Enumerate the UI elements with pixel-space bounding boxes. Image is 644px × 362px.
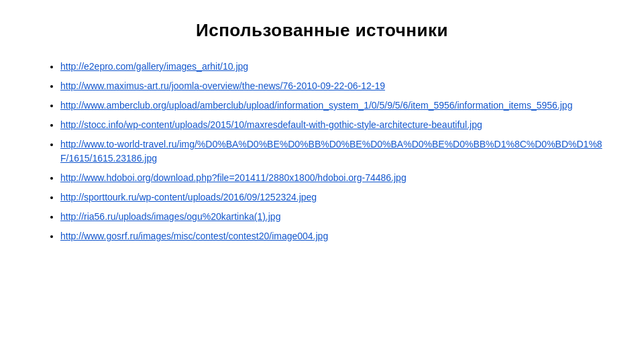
list-item: http://www.amberclub.org/upload/amberclu…	[60, 99, 604, 113]
list-item: http://www.gosrf.ru/images/misc/contest/…	[60, 229, 604, 243]
source-link-5[interactable]: http://www.to-world-travel.ru/img/%D0%BA…	[60, 139, 602, 164]
source-link-7[interactable]: http://sporttourk.ru/wp-content/uploads/…	[60, 192, 317, 202]
page-title: Использованные источники	[40, 20, 604, 41]
list-item: http://www.hdoboi.org/download.php?file=…	[60, 171, 604, 185]
source-link-9[interactable]: http://www.gosrf.ru/images/misc/contest/…	[60, 231, 328, 241]
list-item: http://www.to-world-travel.ru/img/%D0%BA…	[60, 137, 604, 166]
source-link-3[interactable]: http://www.amberclub.org/upload/amberclu…	[60, 100, 572, 111]
list-item: http://ria56.ru/uploads/images/ogu%20kar…	[60, 210, 604, 224]
source-link-2[interactable]: http://www.maximus-art.ru/joomla-overvie…	[60, 80, 385, 91]
source-link-4[interactable]: http://stocc.info/wp-content/uploads/201…	[60, 119, 482, 130]
source-link-1[interactable]: http://e2epro.com/gallery/images_arhit/1…	[60, 61, 248, 72]
source-link-6[interactable]: http://www.hdoboi.org/download.php?file=…	[60, 172, 407, 183]
list-item: http://sporttourk.ru/wp-content/uploads/…	[60, 190, 604, 204]
source-link-8[interactable]: http://ria56.ru/uploads/images/ogu%20kar…	[60, 211, 280, 222]
list-item: http://www.maximus-art.ru/joomla-overvie…	[60, 79, 604, 93]
list-item: http://stocc.info/wp-content/uploads/201…	[60, 118, 604, 132]
sources-list: http://e2epro.com/gallery/images_arhit/1…	[40, 60, 604, 243]
list-item: http://e2epro.com/gallery/images_arhit/1…	[60, 60, 604, 74]
